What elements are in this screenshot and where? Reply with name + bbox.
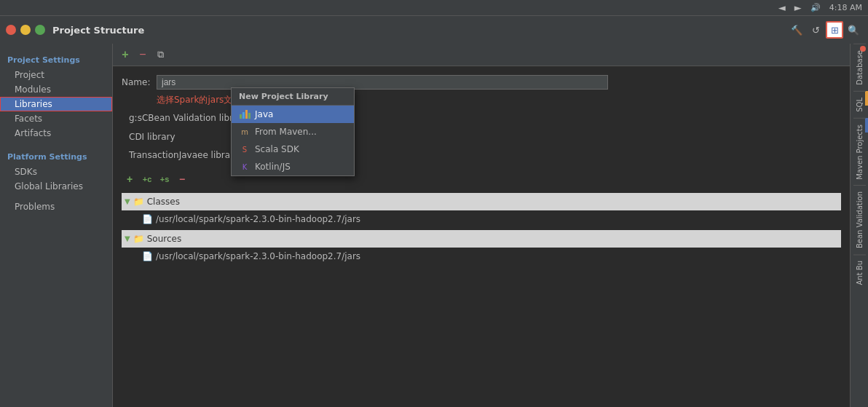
nav-back[interactable]: ◄ (778, 2, 786, 13)
maven-icon: m (239, 127, 250, 137)
right-tab-maven[interactable]: Maven Projects (853, 118, 866, 186)
content-area: + − ⧉ New Project Library Java m (113, 44, 850, 407)
java-icon (239, 109, 250, 119)
right-tab-database[interactable]: Database (853, 44, 866, 91)
tree-classes-node: ▼ 📁 Classes (122, 193, 841, 210)
name-input[interactable] (157, 75, 608, 90)
content-main: Name: 选择Spark的jars文件夹，导入引用 g:sCBean Vali… (113, 66, 850, 407)
library-entries: g:sCBean Validation library CDI library … (122, 109, 841, 165)
scala-icon: S (239, 144, 250, 154)
volume-icon: 🔊 (810, 3, 821, 12)
dropdown-item-maven-label: From Maven... (255, 127, 317, 137)
search-button[interactable]: 🔍 (845, 21, 862, 39)
dropdown-item-java-label: Java (255, 109, 273, 119)
sidebar: Project Settings Project Modules Librari… (0, 44, 113, 407)
title-bar: Project Structure 🔨 ↺ ⊞ 🔍 (0, 16, 868, 44)
tree-add-sources-button[interactable]: +s (157, 171, 173, 187)
copy-library-button[interactable]: ⧉ (152, 47, 168, 63)
sidebar-item-libraries[interactable]: Libraries (0, 97, 112, 111)
dropdown-item-kotlin[interactable]: K Kotlin/JS (232, 158, 354, 175)
dropdown-item-maven[interactable]: m From Maven... (232, 123, 354, 141)
classes-label: Classes (147, 194, 180, 209)
name-row: Name: (122, 75, 841, 90)
dropdown-item-java[interactable]: Java (232, 106, 354, 123)
sidebar-item-artifacts[interactable]: Artifacts (0, 126, 112, 141)
sidebar-item-modules[interactable]: Modules (0, 82, 112, 97)
classes-triangle: ▼ (125, 195, 130, 208)
java-bars-icon (240, 110, 250, 119)
top-right-toolbar: 🔨 ↺ ⊞ 🔍 (782, 16, 868, 44)
nav-fwd[interactable]: ► (794, 2, 802, 13)
tree-view: ▼ 📁 Classes 📄 /usr/local/spark/spark-2.3… (122, 193, 841, 264)
tree-add-classes-button[interactable]: +c (139, 171, 155, 187)
sources-label: Sources (147, 232, 181, 246)
tree-remove-button[interactable]: − (174, 171, 190, 187)
tree-toolbar: + +c +s − (122, 171, 841, 187)
close-button[interactable] (6, 25, 16, 35)
hint-text: 选择Spark的jars文件夹，导入引用 (122, 94, 841, 106)
right-tab-bean[interactable]: Bean Validation (853, 185, 866, 254)
tree-sources-node: ▼ 📁 Sources (122, 230, 841, 248)
sources-folder-icon: 📁 (133, 232, 144, 246)
content-toolbar: + − ⧉ (113, 44, 850, 66)
tree-classes-child-0: 📄 /usr/local/spark/spark-2.3.0-bin-hadoo… (122, 212, 841, 226)
sidebar-item-global-libraries[interactable]: Global Libraries (0, 179, 112, 194)
sources-triangle: ▼ (125, 232, 130, 245)
sidebar-item-facets[interactable]: Facets (0, 111, 112, 126)
project-settings-label: Project Settings (0, 50, 112, 68)
kotlin-icon: K (239, 162, 250, 172)
right-tab-ant[interactable]: Ant Bu (853, 254, 866, 291)
maximize-button[interactable] (35, 25, 45, 35)
build-button[interactable]: 🔨 (788, 21, 805, 39)
sidebar-item-sdks[interactable]: SDKs (0, 165, 112, 179)
minimize-button[interactable] (20, 25, 31, 35)
name-label: Name: (122, 77, 151, 87)
sources-path-0: /usr/local/spark/spark-2.3.0-bin-hadoop2… (156, 249, 360, 264)
os-top-bar: ◄ ► 🔊 4:18 AM (0, 0, 868, 16)
dropdown-item-scala[interactable]: S Scala SDK (232, 141, 354, 158)
new-project-library-dropdown: New Project Library Java m From Maven... (231, 87, 355, 176)
sidebar-item-project[interactable]: Project (0, 68, 112, 82)
classes-path-icon: 📄 (142, 212, 153, 226)
sources-path-icon: 📄 (142, 249, 153, 264)
remove-library-button[interactable]: − (135, 47, 151, 63)
add-library-button[interactable]: + (117, 47, 133, 63)
platform-settings-label: Platform Settings (0, 146, 112, 165)
sidebar-item-problems[interactable]: Problems (0, 199, 112, 214)
classes-folder-icon: 📁 (133, 194, 144, 209)
tree-sources-child-0: 📄 /usr/local/spark/spark-2.3.0-bin-hadoo… (122, 249, 841, 264)
main-container: Project Settings Project Modules Librari… (0, 44, 868, 407)
refresh-button[interactable]: ↺ (807, 21, 824, 39)
right-panel: Database SQL Maven Projects Bean Validat… (850, 44, 868, 407)
dropdown-header: New Project Library (232, 88, 354, 106)
window-controls (6, 25, 45, 35)
clock: 4:18 AM (829, 3, 862, 12)
dropdown-item-scala-label: Scala SDK (255, 144, 299, 154)
classes-path-0: /usr/local/spark/spark-2.3.0-bin-hadoop2… (156, 212, 360, 226)
structure-button[interactable]: ⊞ (826, 21, 843, 39)
window-title: Project Structure (52, 25, 144, 36)
tree-add-button[interactable]: + (122, 171, 138, 187)
right-tab-sql[interactable]: SQL (853, 91, 866, 118)
dropdown-item-kotlin-label: Kotlin/JS (255, 162, 291, 172)
